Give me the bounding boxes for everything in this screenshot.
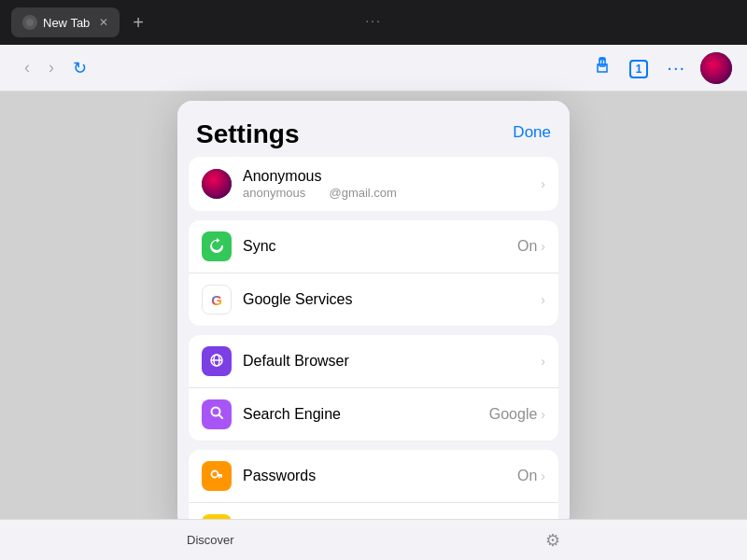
- default-browser-content: Default Browser: [243, 353, 539, 370]
- google-services-chevron: ›: [541, 292, 545, 307]
- passwords-icon-bg: [202, 461, 232, 491]
- settings-group-account: Anonymous anonymous @gmail.com ›: [189, 157, 558, 211]
- tab-close-btn[interactable]: ✕: [99, 16, 108, 29]
- passwords-icon: [209, 468, 224, 485]
- search-engine-icon-bg: [202, 399, 232, 429]
- done-button[interactable]: Done: [513, 119, 551, 146]
- more-button[interactable]: ···: [659, 51, 693, 84]
- svg-point-7: [212, 470, 218, 477]
- main-area: Settings Done Anonymous anonymous @gmail…: [0, 91, 747, 519]
- search-engine-right: Google ›: [489, 406, 545, 423]
- svg-rect-9: [220, 476, 222, 478]
- default-browser-chevron: ›: [541, 354, 545, 369]
- settings-group-browser-search: Default Browser ›: [189, 335, 558, 441]
- gear-icon[interactable]: ⚙: [545, 530, 560, 551]
- settings-list: Anonymous anonymous @gmail.com ›: [177, 157, 570, 530]
- account-email: anonymous @gmail.com: [243, 186, 539, 200]
- forward-icon: ›: [49, 58, 54, 77]
- passwords-content: Passwords: [243, 468, 517, 484]
- passwords-right: On ›: [517, 468, 545, 484]
- account-name: Anonymous: [243, 168, 539, 185]
- google-services-content: Google Services: [243, 291, 539, 308]
- browser-tab[interactable]: New Tab ✕: [11, 7, 120, 37]
- back-icon: ‹: [24, 58, 30, 77]
- avatar-image: [700, 52, 732, 84]
- default-browser-title: Default Browser: [243, 353, 539, 370]
- forward-button[interactable]: ›: [39, 52, 63, 83]
- modal-title: Settings: [196, 119, 299, 149]
- settings-row-passwords[interactable]: Passwords On ›: [189, 450, 558, 503]
- sync-right: On ›: [517, 238, 545, 255]
- search-engine-chevron: ›: [541, 407, 545, 422]
- settings-row-anonymous[interactable]: Anonymous anonymous @gmail.com ›: [189, 157, 558, 211]
- nav-right-controls: 1 ···: [586, 51, 732, 84]
- search-engine-title: Search Engine: [243, 406, 489, 423]
- more-icon: ···: [667, 57, 685, 77]
- settings-row-sync[interactable]: Sync On ›: [189, 220, 558, 273]
- settings-group-sync-google: Sync On › G Google Services ›: [189, 220, 558, 326]
- default-browser-icon: [209, 353, 224, 371]
- google-services-title: Google Services: [243, 291, 539, 308]
- search-engine-value: Google: [489, 406, 538, 423]
- passwords-value: On: [517, 468, 537, 484]
- default-browser-icon-bg: [202, 346, 232, 376]
- nav-bar: ‹ › ↻ 1 ···: [0, 45, 747, 91]
- account-info: Anonymous anonymous @gmail.com: [243, 168, 539, 200]
- browser-chrome: ··· New Tab ✕ +: [0, 0, 747, 45]
- new-tab-button[interactable]: +: [127, 12, 149, 34]
- svg-line-6: [218, 415, 222, 419]
- sync-title: Sync: [243, 238, 517, 255]
- sync-content: Sync: [243, 238, 517, 255]
- account-avatar-icon: [202, 169, 232, 199]
- sync-icon-bg: [202, 231, 232, 261]
- share-icon: [594, 59, 611, 77]
- google-services-right: ›: [539, 292, 545, 307]
- tab-label: New Tab: [43, 16, 90, 30]
- google-icon: G: [211, 292, 222, 308]
- tabs-button[interactable]: 1: [622, 52, 656, 83]
- tab-favicon: [22, 15, 37, 30]
- bottom-bar: Discover ⚙: [0, 519, 747, 560]
- settings-row-search-engine[interactable]: Search Engine Google ›: [189, 388, 558, 441]
- search-engine-content: Search Engine: [243, 406, 489, 423]
- passwords-chevron: ›: [541, 469, 545, 483]
- svg-rect-8: [218, 474, 223, 476]
- sync-icon: [209, 238, 224, 256]
- sync-chevron: ›: [541, 239, 545, 254]
- sync-value: On: [517, 238, 537, 255]
- default-browser-right: ›: [539, 354, 545, 369]
- reload-button[interactable]: ↻: [63, 52, 96, 84]
- reload-icon: ↻: [73, 58, 87, 78]
- chevron-icon: ›: [541, 176, 545, 191]
- share-button[interactable]: [586, 51, 618, 84]
- search-engine-icon: [210, 406, 224, 423]
- tab-count-badge: 1: [629, 60, 649, 78]
- back-button[interactable]: ‹: [15, 52, 39, 83]
- google-icon-bg: G: [202, 285, 232, 315]
- avatar[interactable]: [700, 52, 732, 84]
- modal-header: Settings Done: [177, 101, 570, 157]
- account-chevron: ›: [539, 176, 545, 191]
- three-dots-top: ···: [365, 13, 382, 28]
- svg-rect-10: [218, 476, 220, 479]
- passwords-title: Passwords: [243, 468, 517, 484]
- svg-point-0: [26, 19, 34, 26]
- settings-row-google-services[interactable]: G Google Services ›: [189, 273, 558, 326]
- discover-label[interactable]: Discover: [187, 533, 234, 547]
- settings-modal: Settings Done Anonymous anonymous @gmail…: [177, 101, 570, 530]
- settings-row-default-browser[interactable]: Default Browser ›: [189, 335, 558, 388]
